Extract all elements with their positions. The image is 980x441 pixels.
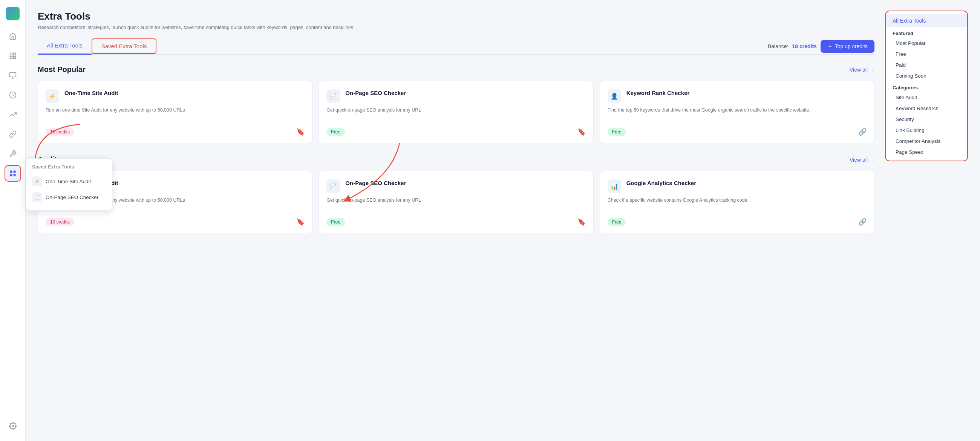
popup-item-site-audit-label: One-Time Site Audit	[46, 179, 91, 184]
badge-rank-checker-1: Free	[608, 128, 626, 136]
card-desc-seo-checker-1: Get quick on-page SEO analysis for any U…	[326, 107, 585, 122]
card-desc-seo-checker-2: Get quick on-page SEO analysis for any U…	[326, 197, 585, 212]
card-title-seo-checker-2: On-Page SEO Checker	[345, 180, 406, 187]
popup-item-seo-checker[interactable]: 📄 On-Page SEO Checker	[26, 189, 112, 205]
card-site-audit-1[interactable]: ⚡ One-Time Site Audit Run an one-time Si…	[38, 81, 312, 143]
svg-rect-12	[10, 174, 12, 177]
sidebar-item-links[interactable]	[5, 126, 21, 142]
most-popular-view-all[interactable]: View all →	[850, 67, 875, 73]
filter-security[interactable]: Security	[886, 114, 967, 125]
card-icon-rank-checker-1: 👤	[608, 89, 621, 103]
saved-tools-popup: Saved Extra Tools ⚡ One-Time Site Audit …	[25, 158, 112, 211]
sidebar-item-dashboard[interactable]	[5, 67, 21, 84]
card-seo-checker-2[interactable]: 📄 On-Page SEO Checker Get quick on-page …	[318, 171, 593, 233]
card-ga-checker[interactable]: 📊 Google Analytics Checker Check if a sp…	[600, 171, 875, 233]
sidebar-item-analytics[interactable]	[5, 87, 21, 103]
filter-competitor-analysis[interactable]: Competitor Analysis	[886, 136, 967, 146]
balance-row: Balance: 18 credits Top up credits	[768, 40, 875, 53]
sidebar-item-brand[interactable]	[5, 48, 21, 64]
card-seo-checker-1[interactable]: 📄 On-Page SEO Checker Get quick on-page …	[318, 81, 593, 143]
sidebar-item-extra-tools[interactable]	[5, 165, 21, 181]
sidebar-item-settings[interactable]	[5, 418, 21, 434]
audit-view-all[interactable]: View all →	[850, 157, 875, 163]
tab-all-extra-tools[interactable]: All Extra Tools	[38, 38, 92, 55]
svg-rect-4	[10, 73, 16, 77]
filter-free[interactable]: Free	[886, 49, 967, 60]
svg-rect-0	[10, 53, 12, 56]
popup-item-seo-checker-label: On-Page SEO Checker	[46, 194, 99, 200]
badge-ga-checker: Free	[608, 218, 626, 226]
center-panel: Extra Tools Research competitors' strate…	[38, 11, 875, 430]
tab-saved-extra-tools[interactable]: Saved Extra Tools	[92, 38, 157, 54]
tabs-row: All Extra Tools Saved Extra Tools Balanc…	[38, 38, 875, 55]
filter-most-popular[interactable]: Most Popular	[886, 38, 967, 49]
most-popular-grid: ⚡ One-Time Site Audit Run an one-time Si…	[38, 81, 875, 143]
svg-rect-1	[13, 53, 16, 56]
filter-coming-soon[interactable]: Coming Soon	[886, 70, 967, 81]
bookmark-site-audit-1[interactable]: 🔖	[296, 128, 305, 136]
badge-site-audit-2: 10 credits	[46, 218, 74, 226]
card-rank-checker-1[interactable]: 👤 Keyword Rank Checker Find the top 50 k…	[600, 81, 875, 143]
svg-line-9	[13, 95, 14, 96]
badge-site-audit-1: 10 credits	[46, 128, 74, 136]
sidebar-item-tools[interactable]	[5, 145, 21, 162]
filter-paid[interactable]: Paid	[886, 60, 967, 70]
card-title-site-audit-1: One-Time Site Audit	[64, 89, 118, 97]
audit-header: Audit View all →	[38, 155, 875, 164]
main-content: Extra Tools Research competitors' strate…	[25, 0, 980, 441]
filter-site-audit[interactable]: Site Audit	[886, 92, 967, 103]
page-subtitle: Research competitors' strategies, launch…	[38, 24, 875, 30]
badge-seo-checker-2: Free	[326, 218, 345, 226]
bookmark-seo-checker-1[interactable]: 🔖	[578, 128, 586, 136]
sidebar-item-home[interactable]	[5, 28, 21, 45]
popup-item-seo-checker-icon: 📄	[32, 192, 42, 202]
bookmark-rank-checker-1[interactable]: 🔗	[858, 128, 867, 136]
bookmark-ga-checker[interactable]: 🔗	[858, 218, 867, 226]
svg-rect-2	[13, 57, 16, 59]
most-popular-header: Most Popular View all →	[38, 65, 875, 74]
card-title-rank-checker-1: Keyword Rank Checker	[627, 89, 690, 97]
card-icon-seo-checker-1: 📄	[326, 89, 340, 103]
page-title: Extra Tools	[38, 11, 875, 22]
topup-button[interactable]: Top up credits	[821, 40, 875, 53]
app-logo[interactable]	[6, 7, 20, 20]
svg-rect-10	[10, 171, 12, 173]
popup-item-site-audit-icon: ⚡	[32, 177, 42, 186]
filter-all-extra-tools[interactable]: All Extra Tools	[886, 14, 967, 27]
svg-rect-11	[13, 171, 16, 173]
card-title-seo-checker-1: On-Page SEO Checker	[345, 89, 406, 97]
left-sidebar	[0, 0, 25, 441]
popup-title: Saved Extra Tools	[26, 164, 112, 174]
svg-rect-3	[10, 57, 12, 59]
balance-label: Balance:	[768, 43, 788, 49]
most-popular-title: Most Popular	[38, 65, 86, 74]
right-sidebar: All Extra Tools Featured Most Popular Fr…	[885, 11, 968, 430]
card-icon-ga-checker: 📊	[608, 180, 621, 193]
badge-seo-checker-1: Free	[326, 128, 345, 136]
card-desc-site-audit-1: Run an one-time Site Audit for any websi…	[46, 107, 305, 122]
bookmark-site-audit-2[interactable]: 🔖	[296, 218, 305, 226]
card-icon-seo-checker-2: 📄	[326, 180, 340, 193]
svg-rect-13	[13, 174, 16, 177]
card-desc-ga-checker: Check if a specific website contains Goo…	[608, 197, 867, 212]
svg-point-14	[12, 425, 14, 427]
filter-featured-label: Featured	[886, 27, 967, 38]
filter-categories-label: Categories	[886, 81, 967, 92]
bookmark-seo-checker-2[interactable]: 🔖	[578, 218, 586, 226]
filter-panel: All Extra Tools Featured Most Popular Fr…	[885, 11, 968, 161]
sidebar-item-trending[interactable]	[5, 106, 21, 123]
filter-keyword-research[interactable]: Keyword Research	[886, 103, 967, 114]
card-desc-rank-checker-1: Find the top 50 keywords that drive the …	[608, 107, 867, 122]
balance-credits: 18 credits	[792, 43, 816, 49]
card-title-ga-checker: Google Analytics Checker	[627, 180, 696, 187]
popup-item-site-audit[interactable]: ⚡ One-Time Site Audit	[26, 174, 112, 189]
card-icon-site-audit-1: ⚡	[46, 89, 59, 103]
filter-page-speed[interactable]: Page Speed	[886, 146, 967, 158]
audit-grid: ⚡ One-Time Site Audit Run an one-time Si…	[38, 171, 875, 233]
filter-link-building[interactable]: Link Building	[886, 125, 967, 136]
tabs-container: All Extra Tools Saved Extra Tools	[38, 38, 156, 54]
